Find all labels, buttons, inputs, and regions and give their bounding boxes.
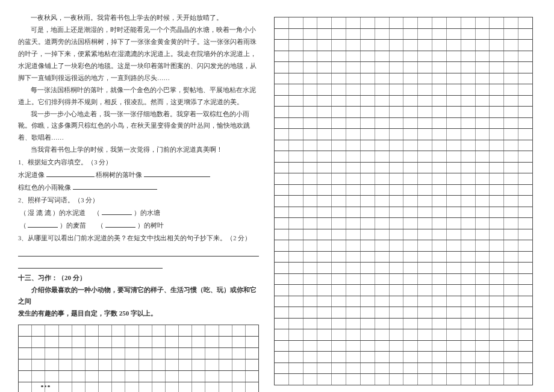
grid-cell[interactable] [461, 73, 476, 84]
grid-cell[interactable] [303, 352, 318, 362]
grid-cell[interactable] [461, 229, 476, 240]
grid-cell[interactable] [447, 252, 461, 263]
grid-cell[interactable] [518, 40, 532, 51]
grid-cell[interactable] [332, 307, 346, 318]
grid-cell[interactable] [275, 229, 289, 240]
grid-cell[interactable] [289, 207, 303, 218]
grid-cell[interactable] [461, 329, 476, 340]
grid-cell[interactable] [179, 359, 192, 370]
grid-cell[interactable] [403, 62, 418, 73]
grid-cell[interactable] [390, 207, 404, 218]
grid-cell[interactable] [346, 84, 361, 95]
grid-cell[interactable] [461, 341, 476, 352]
grid-cell[interactable] [59, 337, 72, 347]
grid-cell[interactable] [112, 382, 125, 392]
grid-cell[interactable] [518, 218, 532, 229]
grid-cell[interactable] [403, 252, 418, 263]
grid-cell[interactable] [346, 17, 361, 28]
grid-cell[interactable] [317, 140, 332, 151]
grid-cell[interactable] [403, 329, 418, 340]
grid-cell[interactable] [289, 173, 303, 184]
grid-cell[interactable] [518, 96, 532, 107]
grid-cell[interactable] [332, 363, 346, 374]
grid-cell[interactable] [476, 296, 490, 307]
grid-cell[interactable] [317, 118, 332, 129]
grid-cell[interactable] [390, 173, 404, 184]
grid-cell[interactable] [346, 62, 361, 73]
grid-cell[interactable] [361, 73, 375, 84]
grid-cell[interactable] [461, 296, 476, 307]
grid-cell[interactable] [504, 352, 518, 362]
grid-cell[interactable] [518, 140, 532, 151]
grid-cell[interactable] [112, 325, 125, 336]
grid-cell[interactable] [289, 319, 303, 329]
grid-cell[interactable] [447, 307, 461, 318]
grid-cell[interactable] [332, 185, 346, 196]
grid-cell[interactable] [490, 40, 504, 51]
grid-cell[interactable] [518, 296, 532, 307]
grid-cell[interactable] [432, 240, 447, 251]
grid-cell[interactable] [346, 218, 361, 229]
q1-blank-2[interactable] [144, 170, 210, 177]
grid-cell[interactable] [289, 151, 303, 162]
grid-cell[interactable] [390, 274, 404, 285]
grid-cell[interactable] [432, 352, 447, 362]
grid-cell[interactable] [490, 196, 504, 207]
grid-cell[interactable] [403, 307, 418, 318]
grid-cell[interactable] [361, 374, 375, 385]
grid-cell[interactable] [332, 319, 346, 329]
grid-cell[interactable] [289, 263, 303, 273]
grid-cell[interactable] [504, 229, 518, 240]
grid-cell[interactable] [432, 218, 447, 229]
grid-cell[interactable] [317, 173, 332, 184]
grid-cell[interactable] [490, 73, 504, 84]
grid-cell[interactable] [461, 173, 476, 184]
grid-cell[interactable] [166, 348, 179, 359]
grid-cell[interactable] [390, 352, 404, 362]
grid-cell[interactable] [418, 240, 432, 251]
grid-cell[interactable] [504, 62, 518, 73]
grid-cell[interactable] [476, 29, 490, 40]
grid-cell[interactable] [275, 51, 289, 62]
grid-cell[interactable] [332, 51, 346, 62]
grid-cell[interactable] [317, 374, 332, 385]
grid-cell[interactable] [447, 296, 461, 307]
grid-cell[interactable] [375, 352, 390, 362]
grid-cell[interactable] [375, 363, 390, 374]
grid-cell[interactable] [303, 307, 318, 318]
grid-cell[interactable] [375, 341, 390, 352]
grid-cell[interactable] [476, 263, 490, 273]
grid-cell[interactable] [432, 196, 447, 207]
grid-cell[interactable] [504, 374, 518, 385]
grid-cell[interactable] [432, 274, 447, 285]
grid-cell[interactable] [289, 329, 303, 340]
grid-cell[interactable] [346, 374, 361, 385]
grid-cell[interactable] [476, 84, 490, 95]
grid-cell[interactable] [346, 163, 361, 173]
grid-cell[interactable] [476, 73, 490, 84]
grid-cell[interactable] [447, 129, 461, 140]
grid-cell[interactable] [390, 307, 404, 318]
grid-cell[interactable] [192, 371, 205, 382]
grid-cell[interactable] [490, 118, 504, 129]
grid-cell[interactable] [275, 252, 289, 263]
grid-cell[interactable] [490, 374, 504, 385]
grid-cell[interactable] [490, 252, 504, 263]
grid-cell[interactable] [19, 325, 32, 336]
grid-cell[interactable] [418, 173, 432, 184]
grid-cell[interactable] [375, 263, 390, 273]
grid-cell[interactable] [447, 107, 461, 117]
grid-cell[interactable] [45, 337, 58, 347]
grid-cell[interactable] [447, 352, 461, 362]
grid-cell[interactable] [476, 40, 490, 51]
grid-cell[interactable] [418, 218, 432, 229]
grid-cell[interactable] [403, 107, 418, 117]
grid-cell[interactable] [317, 17, 332, 28]
grid-cell[interactable] [72, 359, 86, 370]
grid-cell[interactable] [303, 274, 318, 285]
grid-cell[interactable] [361, 229, 375, 240]
grid-cell[interactable] [361, 352, 375, 362]
grid-cell[interactable] [490, 107, 504, 117]
grid-cell[interactable] [317, 51, 332, 62]
grid-cell[interactable] [461, 29, 476, 40]
